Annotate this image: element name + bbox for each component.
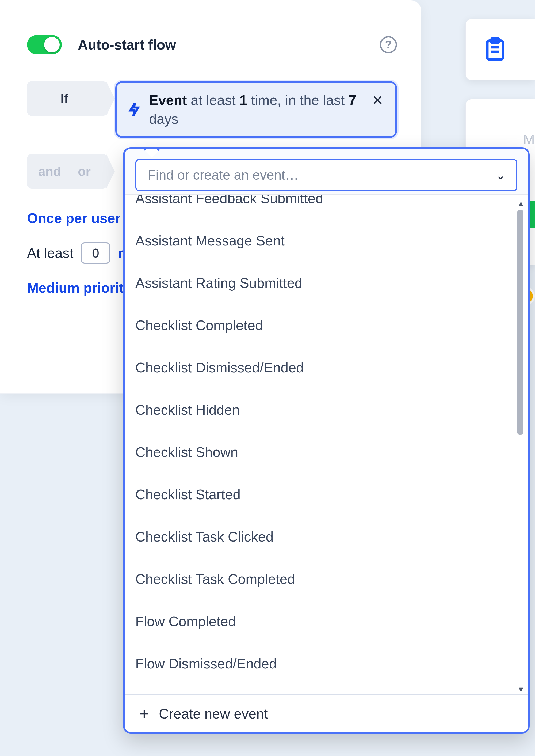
rail-m-label: M [523,132,535,147]
remove-condition-button[interactable]: ✕ [370,93,385,108]
rail-card-clipboard[interactable] [465,19,535,80]
help-icon[interactable]: ? [380,36,397,53]
event-search-input[interactable] [147,167,490,183]
delay-prefix: At least [27,245,73,261]
event-condition-text: Event at least 1 time, in the last 7 day… [149,91,366,128]
event-option[interactable]: Flow Dismissed/Ended [135,643,504,685]
event-option[interactable]: Assistant Rating Submitted [135,262,504,304]
event-option[interactable]: Assistant Feedback Submitted [135,194,504,220]
event-search-field[interactable]: ⌄ [135,159,517,191]
chevron-down-icon[interactable]: ⌄ [496,168,506,182]
create-new-event-label: Create new event [159,706,268,722]
event-option[interactable]: Flow Completed [135,600,504,643]
event-condition-pill[interactable]: Event at least 1 time, in the last 7 day… [115,81,397,138]
lightning-icon [128,102,140,122]
event-option[interactable]: Checklist Started [135,473,504,516]
event-option[interactable]: Assistant Message Sent [135,220,504,262]
event-option[interactable]: Checklist Task Completed [135,558,504,600]
event-dropdown: ⌄ Assistant Feedback Submitted Assistant… [123,147,530,734]
autostart-toggle[interactable] [27,35,62,54]
event-option[interactable]: Checklist Hidden [135,389,504,431]
delay-value-input[interactable]: 0 [81,242,110,264]
event-option[interactable]: Checklist Completed [135,304,504,347]
event-option[interactable]: Checklist Task Clicked [135,516,504,558]
and-or-operator-tag[interactable]: and or [27,154,107,189]
scrollbar-thumb[interactable] [517,210,523,435]
event-option[interactable]: Checklist Shown [135,431,504,473]
scroll-up-arrow-icon[interactable]: ▴ [517,197,525,206]
event-list-viewport: Assistant Feedback Submitted Assistant M… [125,194,528,694]
if-operator-tag[interactable]: If [27,81,107,116]
autostart-label: Auto-start flow [78,37,176,53]
scroll-down-arrow-icon[interactable]: ▾ [517,684,525,692]
event-option[interactable]: Checklist Dismissed/Ended [135,347,504,389]
clipboard-icon [482,36,509,63]
event-list: Assistant Feedback Submitted Assistant M… [125,194,515,685]
plus-icon: + [137,707,151,720]
event-list-scrollbar[interactable]: ▴ ▾ [516,197,526,693]
create-new-event-button[interactable]: + Create new event [125,694,528,732]
